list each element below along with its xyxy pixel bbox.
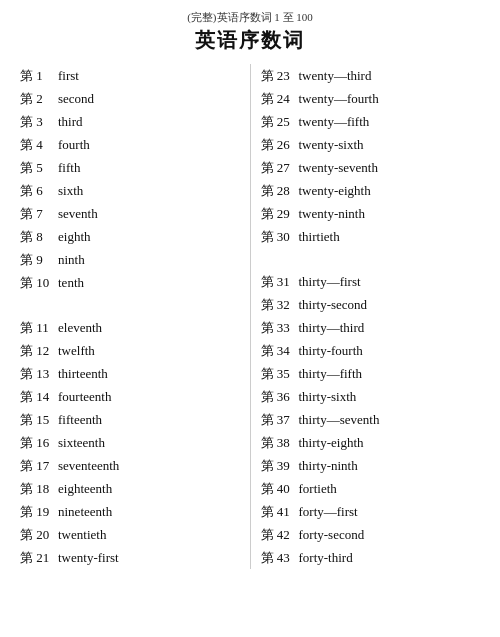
ordinal-number-label: 第 37 bbox=[261, 411, 299, 429]
list-item: 第 16sixteenth bbox=[20, 431, 240, 454]
ordinal-number-label: 第 3 bbox=[20, 113, 58, 131]
list-item: 第 25twenty—fifth bbox=[261, 110, 481, 133]
ordinal-word: twenty-sixth bbox=[299, 137, 364, 153]
list-item: 第 42forty-second bbox=[261, 523, 481, 546]
ordinal-number-label: 第 43 bbox=[261, 549, 299, 567]
ordinal-number-label: 第 17 bbox=[20, 457, 58, 475]
list-item: 第 39thirty-ninth bbox=[261, 454, 481, 477]
ordinal-word: first bbox=[58, 68, 79, 84]
ordinal-word: sixteenth bbox=[58, 435, 105, 451]
list-item: 第 33thirty—third bbox=[261, 316, 481, 339]
list-item: 第 1first bbox=[20, 64, 240, 87]
ordinal-number-label: 第 29 bbox=[261, 205, 299, 223]
ordinal-word: fortieth bbox=[299, 481, 337, 497]
ordinal-word: twenty-first bbox=[58, 550, 119, 566]
ordinal-number-label: 第 19 bbox=[20, 503, 58, 521]
list-item: 第 27twenty-seventh bbox=[261, 156, 481, 179]
main-title: 英语序数词 bbox=[0, 27, 500, 54]
list-item: 第 12twelfth bbox=[20, 339, 240, 362]
list-item: 第 20twentieth bbox=[20, 523, 240, 546]
ordinal-word: thirty-eighth bbox=[299, 435, 364, 451]
list-item: 第 9ninth bbox=[20, 248, 240, 271]
ordinal-word: seventeenth bbox=[58, 458, 119, 474]
ordinal-word: tenth bbox=[58, 275, 84, 291]
list-item: 第 10tenth bbox=[20, 271, 240, 294]
ordinal-word: thirty—seventh bbox=[299, 412, 380, 428]
ordinal-word: fourth bbox=[58, 137, 90, 153]
ordinal-word: twenty-seventh bbox=[299, 160, 378, 176]
ordinal-word: forty-third bbox=[299, 550, 353, 566]
ordinal-word: twenty—fifth bbox=[299, 114, 370, 130]
list-item: 第 2second bbox=[20, 87, 240, 110]
ordinal-number-label: 第 1 bbox=[20, 67, 58, 85]
ordinal-word: eighth bbox=[58, 229, 91, 245]
ordinal-word: nineteenth bbox=[58, 504, 112, 520]
list-item: 第 32thirty-second bbox=[261, 293, 481, 316]
ordinal-word: thirty—fifth bbox=[299, 366, 363, 382]
ordinal-word: eighteenth bbox=[58, 481, 112, 497]
ordinal-number-label: 第 21 bbox=[20, 549, 58, 567]
ordinal-word: seventh bbox=[58, 206, 98, 222]
list-item: 第 24twenty—fourth bbox=[261, 87, 481, 110]
ordinal-word: fifteenth bbox=[58, 412, 102, 428]
ordinal-number-label: 第 32 bbox=[261, 296, 299, 314]
ordinal-number-label: 第 23 bbox=[261, 67, 299, 85]
ordinal-number-label: 第 38 bbox=[261, 434, 299, 452]
ordinal-word: ninth bbox=[58, 252, 85, 268]
ordinal-word: thirty—first bbox=[299, 274, 361, 290]
ordinal-number-label: 第 5 bbox=[20, 159, 58, 177]
ordinal-word: twenty—third bbox=[299, 68, 372, 84]
right-column: 第 23twenty—third第 24twenty—fourth第 25twe… bbox=[261, 64, 481, 569]
list-item: 第 14fourteenth bbox=[20, 385, 240, 408]
ordinal-word: sixth bbox=[58, 183, 83, 199]
ordinal-number-label: 第 42 bbox=[261, 526, 299, 544]
list-item: 第 34thirty-fourth bbox=[261, 339, 481, 362]
list-item: 第 43forty-third bbox=[261, 546, 481, 569]
list-item: 第 15fifteenth bbox=[20, 408, 240, 431]
ordinal-word: fourteenth bbox=[58, 389, 111, 405]
ordinal-number-label: 第 9 bbox=[20, 251, 58, 269]
ordinal-number-label: 第 33 bbox=[261, 319, 299, 337]
list-item: 第 23twenty—third bbox=[261, 64, 481, 87]
ordinal-number-label: 第 36 bbox=[261, 388, 299, 406]
list-item: 第 35thirty—fifth bbox=[261, 362, 481, 385]
ordinal-word: forty—first bbox=[299, 504, 358, 520]
list-item: 第 36thirty-sixth bbox=[261, 385, 481, 408]
empty-row bbox=[20, 294, 240, 316]
ordinal-number-label: 第 20 bbox=[20, 526, 58, 544]
ordinal-number-label: 第 27 bbox=[261, 159, 299, 177]
ordinal-number-label: 第 26 bbox=[261, 136, 299, 154]
ordinal-word: forty-second bbox=[299, 527, 365, 543]
ordinal-word: thirty-sixth bbox=[299, 389, 357, 405]
ordinal-word: eleventh bbox=[58, 320, 102, 336]
ordinal-number-label: 第 41 bbox=[261, 503, 299, 521]
left-column: 第 1first第 2second第 3third第 4fourth第 5fif… bbox=[20, 64, 240, 569]
ordinal-word: twenty-ninth bbox=[299, 206, 365, 222]
ordinal-word: fifth bbox=[58, 160, 80, 176]
ordinal-number-label: 第 7 bbox=[20, 205, 58, 223]
ordinal-number-label: 第 34 bbox=[261, 342, 299, 360]
ordinal-word: third bbox=[58, 114, 83, 130]
ordinal-word: thirty-fourth bbox=[299, 343, 363, 359]
list-item: 第 8eighth bbox=[20, 225, 240, 248]
list-item: 第 18eighteenth bbox=[20, 477, 240, 500]
ordinal-number-label: 第 39 bbox=[261, 457, 299, 475]
list-item: 第 41forty—first bbox=[261, 500, 481, 523]
ordinal-word: thirty—third bbox=[299, 320, 365, 336]
column-divider bbox=[250, 64, 251, 569]
list-item: 第 3third bbox=[20, 110, 240, 133]
list-item: 第 30thirtieth bbox=[261, 225, 481, 248]
list-item: 第 13thirteenth bbox=[20, 362, 240, 385]
ordinal-word: twenty-eighth bbox=[299, 183, 371, 199]
list-item: 第 38thirty-eighth bbox=[261, 431, 481, 454]
ordinal-number-label: 第 11 bbox=[20, 319, 58, 337]
ordinal-number-label: 第 16 bbox=[20, 434, 58, 452]
ordinal-word: thirteenth bbox=[58, 366, 108, 382]
ordinal-number-label: 第 2 bbox=[20, 90, 58, 108]
ordinal-number-label: 第 13 bbox=[20, 365, 58, 383]
ordinal-number-label: 第 14 bbox=[20, 388, 58, 406]
list-item: 第 37thirty—seventh bbox=[261, 408, 481, 431]
ordinal-word: thirty-ninth bbox=[299, 458, 358, 474]
ordinal-word: second bbox=[58, 91, 94, 107]
ordinal-word: twenty—fourth bbox=[299, 91, 379, 107]
